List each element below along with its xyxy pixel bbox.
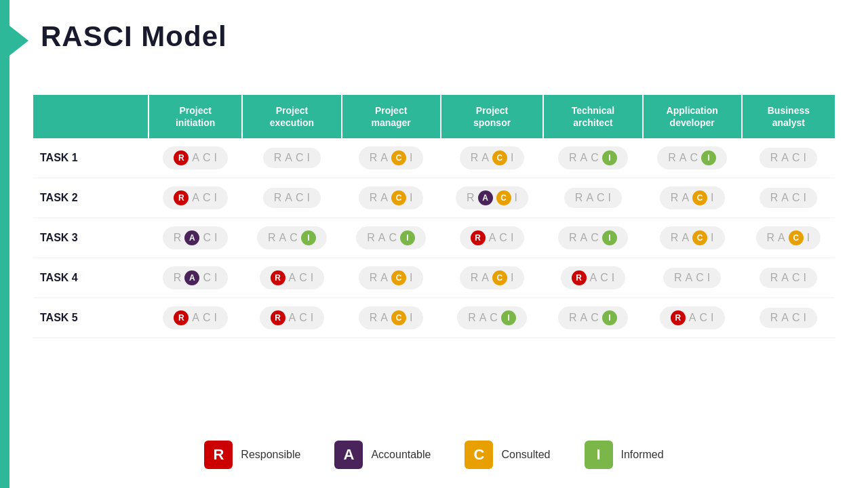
header-business-analyst: Businessanalyst bbox=[742, 95, 835, 138]
raci-cell: RACI bbox=[242, 258, 341, 298]
raci-cell: RACI bbox=[242, 298, 341, 338]
raci-cell: RACI bbox=[342, 258, 441, 298]
page-title: RASCI Model bbox=[41, 20, 227, 53]
raci-cell: RACI bbox=[149, 218, 242, 258]
raci-cell: RACI bbox=[149, 178, 242, 218]
raci-cell: RACI bbox=[342, 218, 441, 258]
legend-informed: I Informed bbox=[585, 441, 664, 469]
legend-responsible: R Responsible bbox=[204, 441, 300, 469]
raci-cell: RACI bbox=[643, 258, 742, 298]
task-name: TASK 1 bbox=[33, 138, 149, 178]
raci-cell: RACI bbox=[342, 298, 441, 338]
accent-bar bbox=[0, 0, 9, 488]
raci-cell: RACI bbox=[643, 178, 742, 218]
legend-consulted: C Consulted bbox=[465, 441, 550, 469]
legend-accountable: A Accountable bbox=[334, 441, 431, 469]
table-row: TASK 5RACIRACIRACIRACIRACIRACIRACI bbox=[33, 298, 835, 338]
raci-cell: RACI bbox=[242, 218, 341, 258]
rasci-table-wrapper: Projectinitiation Projectexecution Proje… bbox=[33, 95, 835, 338]
raci-cell: RACI bbox=[441, 178, 544, 218]
raci-cell: RACI bbox=[543, 258, 642, 298]
raci-cell: RACI bbox=[742, 258, 835, 298]
legend-badge-i: I bbox=[585, 441, 613, 469]
legend: R Responsible A Accountable C Consulted … bbox=[0, 441, 868, 469]
raci-cell: RACI bbox=[742, 178, 835, 218]
header-task bbox=[33, 95, 149, 138]
rasci-table: Projectinitiation Projectexecution Proje… bbox=[33, 95, 835, 338]
raci-cell: RACI bbox=[149, 138, 242, 178]
legend-label-i: Informed bbox=[621, 449, 664, 461]
table-row: TASK 3RACIRACIRACIRACIRACIRACIRACI bbox=[33, 218, 835, 258]
header-technical-architect: Technicalarchitect bbox=[543, 95, 642, 138]
legend-badge-r: R bbox=[204, 441, 233, 469]
task-name: TASK 5 bbox=[33, 298, 149, 338]
task-name: TASK 4 bbox=[33, 258, 149, 298]
raci-cell: RACI bbox=[543, 298, 642, 338]
table-row: TASK 2RACIRACIRACIRACIRACIRACIRACI bbox=[33, 178, 835, 218]
raci-cell: RACI bbox=[643, 298, 742, 338]
legend-label-c: Consulted bbox=[501, 449, 550, 461]
header-project-manager: Projectmanager bbox=[342, 95, 441, 138]
raci-cell: RACI bbox=[441, 218, 544, 258]
raci-cell: RACI bbox=[149, 258, 242, 298]
raci-cell: RACI bbox=[342, 138, 441, 178]
raci-cell: RACI bbox=[742, 298, 835, 338]
header-project-initiation: Projectinitiation bbox=[149, 95, 242, 138]
legend-badge-a: A bbox=[334, 441, 363, 469]
task-name: TASK 2 bbox=[33, 178, 149, 218]
raci-cell: RACI bbox=[149, 298, 242, 338]
raci-cell: RACI bbox=[441, 298, 544, 338]
raci-cell: RACI bbox=[242, 178, 341, 218]
header-project-sponsor: Projectsponsor bbox=[441, 95, 544, 138]
header-row: Projectinitiation Projectexecution Proje… bbox=[33, 95, 835, 138]
raci-cell: RACI bbox=[543, 178, 642, 218]
raci-cell: RACI bbox=[342, 178, 441, 218]
legend-badge-c: C bbox=[465, 441, 493, 469]
raci-cell: RACI bbox=[543, 218, 642, 258]
raci-cell: RACI bbox=[742, 138, 835, 178]
raci-cell: RACI bbox=[643, 218, 742, 258]
raci-cell: RACI bbox=[441, 138, 544, 178]
raci-cell: RACI bbox=[742, 218, 835, 258]
raci-cell: RACI bbox=[543, 138, 642, 178]
table-row: TASK 1RACIRACIRACIRACIRACIRACIRACI bbox=[33, 138, 835, 178]
raci-cell: RACI bbox=[441, 258, 544, 298]
legend-label-r: Responsible bbox=[241, 449, 300, 461]
header-project-execution: Projectexecution bbox=[242, 95, 341, 138]
raci-cell: RACI bbox=[643, 138, 742, 178]
arrow-icon bbox=[9, 26, 28, 56]
header-application-developer: Applicationdeveloper bbox=[643, 95, 742, 138]
table-row: TASK 4RACIRACIRACIRACIRACIRACIRACI bbox=[33, 258, 835, 298]
legend-label-a: Accountable bbox=[371, 449, 431, 461]
task-name: TASK 3 bbox=[33, 218, 149, 258]
raci-cell: RACI bbox=[242, 138, 341, 178]
